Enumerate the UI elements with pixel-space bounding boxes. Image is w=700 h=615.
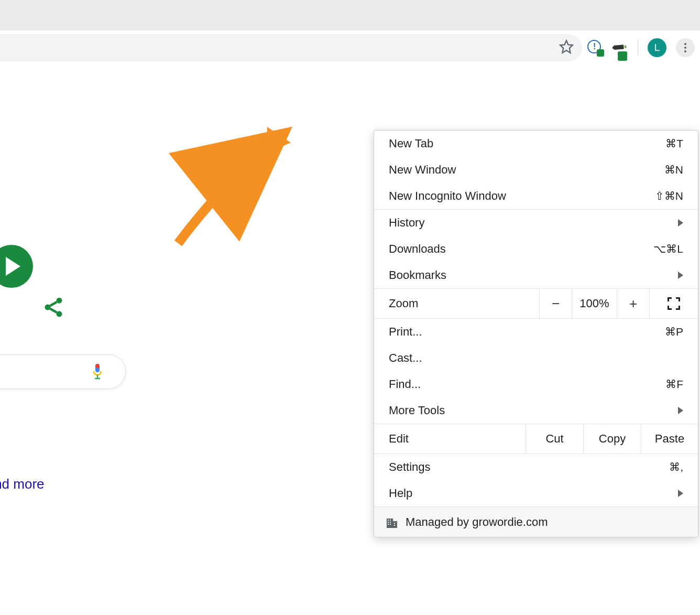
menu-item-shortcut: ⇧⌘N (655, 190, 683, 202)
extension-icon-1[interactable] (587, 40, 603, 56)
svg-rect-11 (390, 520, 391, 521)
menu-item-new-tab[interactable]: New Tab ⌘T (374, 131, 698, 157)
page-link-fragment[interactable]: ts, and more (0, 476, 45, 492)
menu-item-label: Find... (389, 377, 421, 391)
voice-search-icon[interactable] (91, 363, 104, 381)
menu-item-label: More Tools (389, 404, 445, 417)
menu-item-shortcut: ⌘N (664, 164, 683, 176)
chevron-right-icon (678, 490, 683, 497)
svg-rect-16 (394, 523, 395, 524)
svg-marker-0 (560, 40, 572, 52)
toolbar-separator (638, 40, 638, 56)
menu-item-label: Print... (389, 325, 422, 339)
menu-item-label: Help (389, 487, 412, 500)
menu-item-bookmarks[interactable]: Bookmarks (374, 262, 698, 288)
google-search-input[interactable] (0, 354, 126, 389)
zoom-out-button[interactable]: − (540, 289, 572, 318)
menu-item-label: New Tab (389, 137, 433, 150)
menu-item-shortcut: ⌥⌘L (653, 243, 683, 255)
menu-item-label: Downloads (389, 242, 446, 256)
svg-rect-15 (390, 524, 391, 525)
menu-item-label: New Incognito Window (389, 189, 506, 203)
menu-item-new-window[interactable]: New Window ⌘N (374, 157, 698, 183)
address-bar[interactable] (0, 34, 582, 61)
avatar-initial: L (654, 42, 660, 53)
annotation-arrow (162, 65, 299, 254)
svg-rect-9 (393, 521, 397, 528)
svg-point-3 (57, 311, 62, 317)
profile-avatar[interactable]: L (648, 38, 666, 57)
doodle-play-button[interactable] (0, 245, 33, 288)
menu-item-shortcut: ⌘, (669, 461, 683, 473)
menu-item-help[interactable]: Help (374, 480, 698, 506)
menu-item-zoom: Zoom − 100% + (374, 289, 698, 318)
chevron-right-icon (678, 219, 683, 226)
svg-point-2 (45, 305, 51, 310)
menu-item-downloads[interactable]: Downloads ⌥⌘L (374, 236, 698, 262)
menu-item-history[interactable]: History (374, 210, 698, 236)
svg-rect-14 (388, 524, 389, 525)
svg-rect-12 (388, 522, 389, 523)
menu-item-new-incognito[interactable]: New Incognito Window ⇧⌘N (374, 183, 698, 209)
building-icon (386, 516, 398, 528)
menu-item-shortcut: ⌘F (665, 378, 683, 391)
svg-rect-5 (95, 364, 100, 368)
menu-item-label: New Window (389, 163, 456, 177)
svg-rect-17 (394, 525, 395, 526)
zoom-level: 100% (572, 289, 617, 318)
edit-cut-button[interactable]: Cut (526, 424, 584, 454)
menu-item-cast[interactable]: Cast... (374, 345, 698, 371)
chevron-right-icon (678, 407, 683, 414)
fullscreen-icon (668, 297, 680, 310)
svg-point-1 (57, 298, 62, 304)
edit-paste-button[interactable]: Paste (641, 424, 698, 454)
browser-toolbar: L (0, 30, 700, 65)
menu-item-edit: Edit Cut Copy Paste (374, 424, 698, 454)
managed-label: Managed by growordie.com (406, 515, 548, 529)
zoom-in-button[interactable]: + (617, 289, 650, 318)
menu-item-find[interactable]: Find... ⌘F (374, 371, 698, 397)
menu-managed-notice[interactable]: Managed by growordie.com (374, 506, 698, 537)
share-icon[interactable] (42, 296, 65, 319)
chrome-main-menu: New Tab ⌘T New Window ⌘N New Incognito W… (374, 130, 698, 537)
edit-label: Edit (374, 424, 526, 454)
menu-item-print[interactable]: Print... ⌘P (374, 319, 698, 345)
menu-item-shortcut: ⌘T (665, 137, 683, 150)
chrome-menu-button[interactable] (676, 38, 695, 57)
menu-item-more-tools[interactable]: More Tools (374, 397, 698, 424)
svg-rect-13 (390, 522, 391, 523)
extension-eyedropper-icon[interactable] (612, 40, 628, 56)
svg-rect-10 (388, 520, 389, 521)
window-chrome-strip (0, 0, 700, 30)
edit-copy-button[interactable]: Copy (584, 424, 641, 454)
menu-item-label: History (389, 216, 424, 230)
chevron-right-icon (678, 272, 683, 279)
fullscreen-button[interactable] (650, 289, 698, 318)
google-doodle-fragment: e (0, 233, 33, 300)
bookmark-star-icon[interactable] (559, 39, 574, 56)
menu-item-settings[interactable]: Settings ⌘, (374, 454, 698, 480)
menu-item-shortcut: ⌘P (665, 326, 683, 338)
zoom-label: Zoom (374, 289, 540, 318)
menu-item-label: Bookmarks (389, 268, 446, 282)
menu-item-label: Cast... (389, 351, 422, 365)
menu-item-label: Settings (389, 460, 431, 474)
